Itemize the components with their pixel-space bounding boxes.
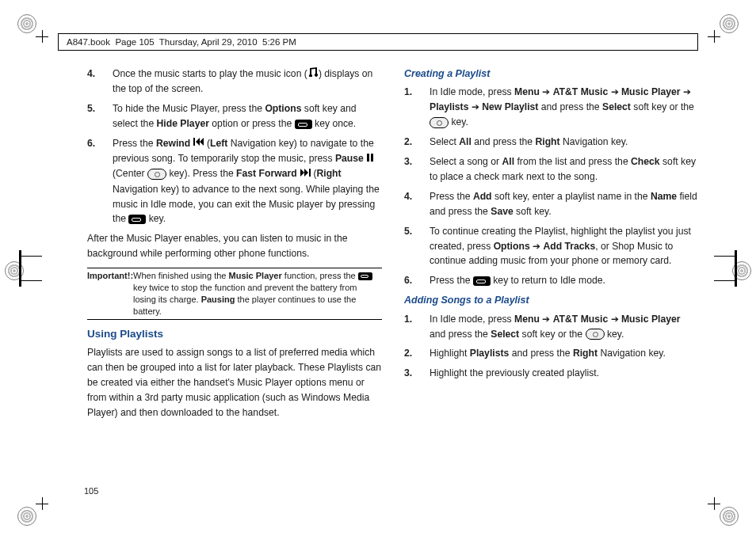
list-item: 4. Press the Add soft key, enter a playl… <box>404 189 699 219</box>
arrow: ➔ <box>680 86 690 97</box>
bold-text: Hide Player <box>157 118 209 129</box>
bold-text: Rewind <box>156 138 193 149</box>
bold-text: Add <box>473 191 492 202</box>
svg-marker-2 <box>200 138 204 146</box>
arrow: ➔ <box>530 241 544 252</box>
list-item: 6. Press the Rewind (Left Navigation key… <box>87 136 382 226</box>
svg-rect-4 <box>371 154 373 162</box>
bold-text: Music Player <box>621 86 681 97</box>
page-header-frame: A847.book Page 105 Thursday, April 29, 2… <box>58 33 698 51</box>
side-mark <box>735 250 737 287</box>
text: Select a song or <box>430 156 502 167</box>
page-number: 105 <box>84 486 98 496</box>
bold-text: Select <box>491 329 519 340</box>
text: Navigation key. <box>598 348 666 359</box>
step-body: Once the music starts to play the music … <box>113 67 382 97</box>
important-label: Important!: <box>87 270 133 317</box>
step-body: In Idle mode, press Menu ➔ AT&T Music ➔ … <box>430 312 699 342</box>
step-number: 6. <box>87 136 113 226</box>
registration-mark <box>17 14 36 33</box>
list-item: 1. In Idle mode, press Menu ➔ AT&T Music… <box>404 312 699 342</box>
step-number: 4. <box>87 67 113 97</box>
bold-text: Menu <box>514 86 540 97</box>
arrow: ➔ <box>608 314 621 325</box>
text: function, press the <box>282 271 358 280</box>
bold-text: New Playlist <box>482 101 538 112</box>
step-body: Press the key to return to Idle mode. <box>430 273 699 288</box>
divider <box>87 268 382 268</box>
text: key. <box>605 329 624 340</box>
pause-icon <box>366 152 374 167</box>
arrow: ➔ <box>540 314 553 325</box>
text: option or press the <box>209 118 295 129</box>
end-key-icon <box>473 276 491 286</box>
bold-text: Save <box>491 206 513 217</box>
text: and press the <box>509 348 573 359</box>
crop-mark <box>36 497 48 510</box>
bold-text: Check <box>631 156 660 167</box>
end-key-icon <box>295 120 312 129</box>
book-name: A847.book <box>67 37 110 47</box>
end-key-icon <box>358 272 372 280</box>
text: key. <box>449 116 468 127</box>
sub-heading: Adding Songs to a Playlist <box>404 293 699 308</box>
page-time: 5:26 PM <box>262 37 296 47</box>
step-number: 6. <box>404 273 430 288</box>
left-column: 4. Once the music starts to play the mus… <box>87 67 382 427</box>
text: and press the <box>538 101 602 112</box>
step-body: Highlight Playlists and press the Right … <box>430 346 699 361</box>
step-number: 3. <box>404 154 430 184</box>
page-ref: Page 105 <box>115 37 154 47</box>
text: Highlight <box>430 348 470 359</box>
center-key-icon <box>147 169 166 180</box>
page-body: 4. Once the music starts to play the mus… <box>87 67 699 427</box>
step-number: 2. <box>404 135 430 150</box>
music-icon <box>307 67 319 82</box>
text: soft key or the <box>631 101 694 112</box>
text: Once the music starts to play the music … <box>113 68 307 79</box>
step-body: Press the Add soft key, enter a playlist… <box>430 189 699 219</box>
step-number: 1. <box>404 85 430 130</box>
step-body: Highlight the previously created playlis… <box>430 366 699 381</box>
list-item: 3. Select a song or All from the list an… <box>404 154 699 184</box>
page-date: Thursday, April 29, 2010 <box>159 37 258 47</box>
text: Press the <box>430 191 473 202</box>
text: (Center <box>113 168 147 179</box>
text: Select <box>430 136 459 147</box>
right-column: Creating a Playlist 1. In Idle mode, pre… <box>404 67 699 427</box>
text: soft key or the <box>519 329 585 340</box>
list-item: 5. To continue creating the Playlist, hi… <box>404 224 699 269</box>
step-number: 3. <box>404 366 430 381</box>
step-body: To continue creating the Playlist, highl… <box>430 224 699 269</box>
bold-text: Left <box>210 138 227 149</box>
center-key-icon <box>586 329 605 340</box>
bold-text: Right <box>535 136 559 147</box>
bold-text: Music Player <box>229 271 282 280</box>
text: ( <box>204 138 210 149</box>
list-item: 4. Once the music starts to play the mus… <box>87 67 382 97</box>
bold-text: Pause <box>335 153 366 164</box>
arrow: ➔ <box>608 86 621 97</box>
svg-marker-5 <box>300 169 304 177</box>
bold-text: Select <box>602 101 631 112</box>
list-item: 2. Highlight Playlists and press the Rig… <box>404 346 699 361</box>
step-body: Select a song or All from the list and p… <box>430 154 699 184</box>
bold-text: Add Tracks <box>543 241 595 252</box>
fast-forward-icon <box>300 167 311 182</box>
step-number: 5. <box>87 101 113 131</box>
bold-text: Menu <box>514 314 540 325</box>
side-mark <box>21 256 42 257</box>
arrow: ➔ <box>468 101 482 112</box>
bold-text: All <box>459 136 472 147</box>
arrow: ➔ <box>540 86 553 97</box>
svg-marker-1 <box>196 138 200 146</box>
text: Navigation key. <box>560 136 628 147</box>
bold-text: AT&T Music <box>553 314 609 325</box>
text: key). Press the <box>166 168 236 179</box>
text: When finished using the <box>133 271 228 280</box>
svg-rect-0 <box>193 138 195 146</box>
text: and press the <box>430 329 491 340</box>
bold-text: Name <box>651 191 677 202</box>
bold-text: Fast Forward <box>236 168 300 179</box>
text: from the list and press the <box>514 156 631 167</box>
